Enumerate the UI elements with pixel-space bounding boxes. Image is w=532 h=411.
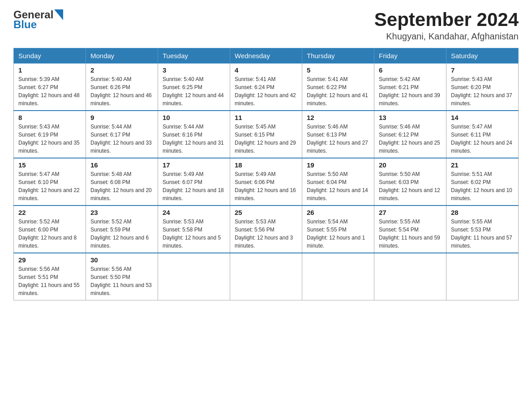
day-number: 16 xyxy=(90,161,153,169)
day-number: 27 xyxy=(379,209,442,216)
calendar-cell: 7Sunrise: 5:43 AMSunset: 6:20 PMDaylight… xyxy=(446,64,519,111)
day-info: Sunrise: 5:47 AMSunset: 6:11 PMDaylight:… xyxy=(451,123,514,155)
column-header-thursday: Thursday xyxy=(302,48,374,64)
day-number: 5 xyxy=(307,66,369,74)
column-header-sunday: Sunday xyxy=(14,48,86,64)
day-number: 20 xyxy=(379,161,442,169)
column-header-saturday: Saturday xyxy=(446,48,519,64)
day-number: 18 xyxy=(235,161,297,169)
day-number: 8 xyxy=(18,114,81,121)
logo-triangle-icon xyxy=(54,9,63,20)
day-number: 13 xyxy=(379,114,442,121)
calendar-subtitle: Khugyani, Kandahar, Afghanistan xyxy=(67,31,519,42)
day-info: Sunrise: 5:52 AMSunset: 6:00 PMDaylight:… xyxy=(18,218,81,250)
day-number: 15 xyxy=(18,161,81,169)
calendar-cell: 13Sunrise: 5:46 AMSunset: 6:12 PMDayligh… xyxy=(374,111,446,158)
day-info: Sunrise: 5:40 AMSunset: 6:25 PMDaylight:… xyxy=(163,75,225,107)
day-number: 23 xyxy=(90,209,153,216)
day-info: Sunrise: 5:44 AMSunset: 6:17 PMDaylight:… xyxy=(90,123,153,155)
day-number: 26 xyxy=(307,209,369,216)
day-number: 22 xyxy=(18,209,81,216)
calendar-cell: 21Sunrise: 5:51 AMSunset: 6:02 PMDayligh… xyxy=(446,158,519,206)
logo-blue-label: Blue xyxy=(13,19,37,30)
day-info: Sunrise: 5:46 AMSunset: 6:13 PMDaylight:… xyxy=(307,123,369,155)
calendar-table: SundayMondayTuesdayWednesdayThursdayFrid… xyxy=(13,48,519,300)
day-number: 12 xyxy=(307,114,369,121)
calendar-cell: 6Sunrise: 5:42 AMSunset: 6:21 PMDaylight… xyxy=(374,64,446,111)
day-number: 10 xyxy=(163,114,225,121)
day-number: 2 xyxy=(90,66,153,74)
day-number: 4 xyxy=(235,66,297,74)
day-number: 19 xyxy=(307,161,369,169)
day-info: Sunrise: 5:52 AMSunset: 5:59 PMDaylight:… xyxy=(90,218,153,250)
column-header-monday: Monday xyxy=(86,48,158,64)
day-info: Sunrise: 5:50 AMSunset: 6:04 PMDaylight:… xyxy=(307,170,369,202)
calendar-cell: 17Sunrise: 5:49 AMSunset: 6:07 PMDayligh… xyxy=(158,158,230,206)
day-info: Sunrise: 5:53 AMSunset: 5:56 PMDaylight:… xyxy=(235,218,297,250)
calendar-cell xyxy=(302,253,374,300)
day-number: 24 xyxy=(163,209,225,216)
calendar-cell: 1Sunrise: 5:39 AMSunset: 6:27 PMDaylight… xyxy=(14,64,86,111)
day-info: Sunrise: 5:44 AMSunset: 6:16 PMDaylight:… xyxy=(163,123,225,155)
calendar-cell: 30Sunrise: 5:56 AMSunset: 5:50 PMDayligh… xyxy=(86,253,158,300)
day-info: Sunrise: 5:50 AMSunset: 6:03 PMDaylight:… xyxy=(379,170,442,202)
calendar-week-row: 1Sunrise: 5:39 AMSunset: 6:27 PMDaylight… xyxy=(14,64,519,111)
column-header-friday: Friday xyxy=(374,48,446,64)
day-info: Sunrise: 5:49 AMSunset: 6:07 PMDaylight:… xyxy=(163,170,225,202)
day-info: Sunrise: 5:51 AMSunset: 6:02 PMDaylight:… xyxy=(451,170,514,202)
calendar-cell xyxy=(446,253,519,300)
calendar-week-row: 15Sunrise: 5:47 AMSunset: 6:10 PMDayligh… xyxy=(14,158,519,206)
day-info: Sunrise: 5:43 AMSunset: 6:20 PMDaylight:… xyxy=(451,75,514,107)
day-info: Sunrise: 5:56 AMSunset: 5:50 PMDaylight:… xyxy=(90,265,153,297)
svg-marker-1 xyxy=(54,9,63,20)
calendar-cell xyxy=(230,253,302,300)
day-info: Sunrise: 5:41 AMSunset: 6:24 PMDaylight:… xyxy=(235,75,297,107)
day-number: 3 xyxy=(163,66,225,74)
calendar-cell: 15Sunrise: 5:47 AMSunset: 6:10 PMDayligh… xyxy=(14,158,86,206)
day-info: Sunrise: 5:55 AMSunset: 5:54 PMDaylight:… xyxy=(379,218,442,250)
column-header-tuesday: Tuesday xyxy=(158,48,230,64)
day-number: 7 xyxy=(451,66,514,74)
day-info: Sunrise: 5:42 AMSunset: 6:21 PMDaylight:… xyxy=(379,75,442,107)
calendar-cell: 9Sunrise: 5:44 AMSunset: 6:17 PMDaylight… xyxy=(86,111,158,158)
day-info: Sunrise: 5:56 AMSunset: 5:51 PMDaylight:… xyxy=(18,265,81,297)
calendar-cell xyxy=(158,253,230,300)
calendar-cell: 27Sunrise: 5:55 AMSunset: 5:54 PMDayligh… xyxy=(374,206,446,253)
column-header-wednesday: Wednesday xyxy=(230,48,302,64)
day-number: 30 xyxy=(90,256,153,264)
day-number: 21 xyxy=(451,161,514,169)
day-info: Sunrise: 5:39 AMSunset: 6:27 PMDaylight:… xyxy=(18,75,81,107)
calendar-cell: 2Sunrise: 5:40 AMSunset: 6:26 PMDaylight… xyxy=(86,64,158,111)
day-info: Sunrise: 5:49 AMSunset: 6:06 PMDaylight:… xyxy=(235,170,297,202)
day-number: 29 xyxy=(18,256,81,264)
calendar-cell: 10Sunrise: 5:44 AMSunset: 6:16 PMDayligh… xyxy=(158,111,230,158)
day-number: 25 xyxy=(235,209,297,216)
day-info: Sunrise: 5:46 AMSunset: 6:12 PMDaylight:… xyxy=(379,123,442,155)
day-info: Sunrise: 5:45 AMSunset: 6:15 PMDaylight:… xyxy=(235,123,297,155)
day-info: Sunrise: 5:43 AMSunset: 6:19 PMDaylight:… xyxy=(18,123,81,155)
calendar-cell: 23Sunrise: 5:52 AMSunset: 5:59 PMDayligh… xyxy=(86,206,158,253)
calendar-cell: 11Sunrise: 5:45 AMSunset: 6:15 PMDayligh… xyxy=(230,111,302,158)
calendar-cell: 18Sunrise: 5:49 AMSunset: 6:06 PMDayligh… xyxy=(230,158,302,206)
calendar-header-row: SundayMondayTuesdayWednesdayThursdayFrid… xyxy=(14,48,519,64)
day-number: 17 xyxy=(163,161,225,169)
day-number: 11 xyxy=(235,114,297,121)
calendar-cell: 25Sunrise: 5:53 AMSunset: 5:56 PMDayligh… xyxy=(230,206,302,253)
calendar-cell: 22Sunrise: 5:52 AMSunset: 6:00 PMDayligh… xyxy=(14,206,86,253)
calendar-title: September 2024 xyxy=(67,9,519,30)
calendar-cell: 4Sunrise: 5:41 AMSunset: 6:24 PMDaylight… xyxy=(230,64,302,111)
calendar-cell: 19Sunrise: 5:50 AMSunset: 6:04 PMDayligh… xyxy=(302,158,374,206)
day-info: Sunrise: 5:40 AMSunset: 6:26 PMDaylight:… xyxy=(90,75,153,107)
day-info: Sunrise: 5:48 AMSunset: 6:08 PMDaylight:… xyxy=(90,170,153,202)
calendar-cell: 3Sunrise: 5:40 AMSunset: 6:25 PMDaylight… xyxy=(158,64,230,111)
calendar-cell xyxy=(374,253,446,300)
calendar-week-row: 8Sunrise: 5:43 AMSunset: 6:19 PMDaylight… xyxy=(14,111,519,158)
calendar-week-row: 29Sunrise: 5:56 AMSunset: 5:51 PMDayligh… xyxy=(14,253,519,300)
calendar-cell: 28Sunrise: 5:55 AMSunset: 5:53 PMDayligh… xyxy=(446,206,519,253)
day-info: Sunrise: 5:55 AMSunset: 5:53 PMDaylight:… xyxy=(451,218,514,250)
page-header: General General Blue September 2024 Khug… xyxy=(13,9,519,42)
calendar-cell: 8Sunrise: 5:43 AMSunset: 6:19 PMDaylight… xyxy=(14,111,86,158)
calendar-cell: 26Sunrise: 5:54 AMSunset: 5:55 PMDayligh… xyxy=(302,206,374,253)
day-info: Sunrise: 5:41 AMSunset: 6:22 PMDaylight:… xyxy=(307,75,369,107)
title-area: September 2024 Khugyani, Kandahar, Afgha… xyxy=(67,9,519,42)
